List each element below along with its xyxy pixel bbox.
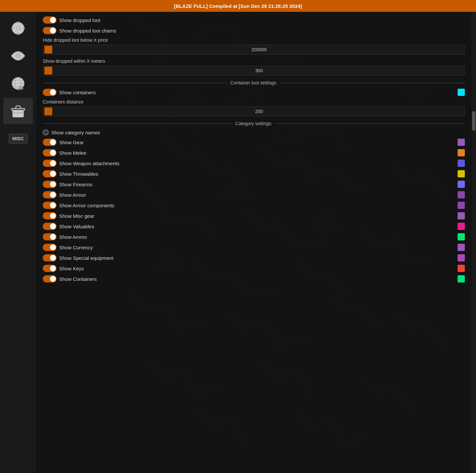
category-toggle-3[interactable] — [43, 170, 57, 177]
category-toggle-11[interactable] — [43, 254, 57, 261]
hide-below-price-value: 200000 — [54, 47, 464, 52]
category-section-title: Category settings: — [235, 121, 273, 126]
category-toggle-12[interactable] — [43, 265, 57, 272]
category-label-3: Show Throwables — [59, 171, 455, 177]
containers-distance-thumb[interactable] — [44, 107, 52, 115]
category-item-row: Show Misc gear — [43, 212, 465, 219]
show-dropped-loot-toggle[interactable] — [43, 16, 57, 24]
category-item-row: Show Ammo — [43, 233, 465, 240]
category-color-5[interactable] — [458, 191, 465, 198]
scrollbar-track[interactable] — [471, 12, 476, 473]
sidebar-item-visuals[interactable] — [3, 43, 33, 69]
category-item-row: Show Throwables — [43, 170, 465, 177]
title-bar: [BLAZE FULL] Compiled at [Sun Dec 29 21:… — [0, 0, 476, 12]
category-label-10: Show Currency — [59, 245, 455, 250]
show-category-names-label: Show category names — [51, 130, 465, 135]
category-item-row: Show Armor components — [43, 202, 465, 209]
show-within-meters-label: Show dropped within X meters — [43, 58, 465, 64]
category-color-12[interactable] — [458, 265, 465, 272]
category-item-row: Show Special equipment — [43, 254, 465, 261]
title-text: [BLAZE FULL] Compiled at [Sun Dec 29 21:… — [174, 3, 302, 9]
category-label-5: Show Armor — [59, 192, 455, 198]
show-within-meters-value: 300 — [54, 68, 464, 73]
globe-icon — [10, 76, 26, 91]
category-toggle-2[interactable] — [43, 160, 57, 167]
category-color-9[interactable] — [458, 233, 465, 240]
category-items-container: Show GearShow MeleeShow Weapon attachmen… — [43, 139, 465, 282]
containers-distance-slider[interactable]: 200 — [43, 106, 465, 116]
scrollbar-thumb[interactable] — [472, 111, 475, 131]
show-dropped-loot-label: Show dropped loot — [59, 17, 465, 23]
containers-distance-value: 200 — [54, 109, 464, 114]
category-toggle-10[interactable] — [43, 244, 57, 251]
sidebar-item-aimbot[interactable] — [3, 15, 33, 41]
container-section-title: Container loot settings: — [230, 80, 277, 85]
show-category-names-radio[interactable] — [43, 129, 49, 135]
svg-point-6 — [16, 26, 20, 30]
category-toggle-9[interactable] — [43, 233, 57, 240]
category-toggle-5[interactable] — [43, 191, 57, 198]
show-within-meters-thumb[interactable] — [44, 67, 52, 75]
show-containers-label: Show containers — [59, 90, 455, 95]
show-within-meters-slider[interactable]: 300 — [43, 66, 465, 76]
category-color-11[interactable] — [458, 254, 465, 261]
category-label-9: Show Ammo — [59, 234, 455, 240]
category-color-13[interactable] — [458, 275, 465, 282]
category-item-row: Show Currency — [43, 244, 465, 251]
category-label-0: Show Gear — [59, 140, 455, 145]
category-item-row: Show Containers — [43, 275, 465, 282]
show-category-names-row: Show category names — [43, 129, 465, 135]
show-dropped-loot-chams-label: Show dropped loot chams — [59, 28, 465, 34]
show-containers-toggle[interactable] — [43, 89, 57, 96]
sidebar-item-world[interactable] — [3, 70, 33, 97]
category-item-row: Show Weapon attachments — [43, 160, 465, 167]
category-item-row: Show Firearms — [43, 181, 465, 188]
svg-point-16 — [17, 55, 19, 57]
category-label-2: Show Weapon attachments — [59, 161, 455, 166]
category-item-row: Show Armor — [43, 191, 465, 198]
category-color-4[interactable] — [458, 181, 465, 188]
category-color-8[interactable] — [458, 223, 465, 230]
category-color-7[interactable] — [458, 212, 465, 219]
category-label-6: Show Armor components — [59, 203, 455, 208]
hide-below-price-thumb[interactable] — [44, 46, 52, 54]
category-label-12: Show Keys — [59, 266, 455, 271]
category-label-8: Show Valuables — [59, 224, 455, 229]
bag-icon — [10, 103, 26, 119]
category-toggle-1[interactable] — [43, 149, 57, 156]
category-item-row: Show Gear — [43, 139, 465, 146]
category-label-7: Show Misc gear — [59, 213, 455, 219]
category-label-13: Show Containers — [59, 276, 455, 282]
category-toggle-6[interactable] — [43, 202, 57, 209]
category-toggle-13[interactable] — [43, 275, 57, 282]
show-containers-row: Show containers — [43, 89, 465, 96]
show-dropped-loot-chams-toggle[interactable] — [43, 27, 57, 34]
category-toggle-0[interactable] — [43, 139, 57, 146]
category-color-2[interactable] — [458, 160, 465, 167]
category-color-3[interactable] — [458, 170, 465, 177]
category-color-1[interactable] — [458, 149, 465, 156]
category-color-0[interactable] — [458, 139, 465, 146]
category-toggle-7[interactable] — [43, 212, 57, 219]
category-item-row: Show Melee — [43, 149, 465, 156]
show-within-meters-section: Show dropped within X meters 300 — [43, 58, 465, 76]
sidebar-item-misc[interactable]: MISC — [3, 125, 33, 152]
crosshair-icon — [10, 20, 26, 36]
hide-below-price-label: Hide dropped loot below X price — [43, 37, 465, 43]
main-panel: Show dropped loot Show dropped loot cham… — [36, 12, 471, 473]
category-color-6[interactable] — [458, 202, 465, 209]
show-dropped-loot-row: Show dropped loot — [43, 16, 465, 24]
category-toggle-8[interactable] — [43, 223, 57, 230]
category-label-11: Show Special equipment — [59, 255, 455, 261]
show-dropped-loot-chams-row: Show dropped loot chams — [43, 27, 465, 34]
sidebar: MISC — [0, 12, 36, 473]
containers-distance-section: Containers distance 200 — [43, 99, 465, 116]
category-label-1: Show Melee — [59, 150, 455, 156]
show-containers-color[interactable] — [458, 89, 465, 96]
category-toggle-4[interactable] — [43, 181, 57, 188]
sidebar-item-loot[interactable] — [3, 98, 33, 124]
category-item-row: Show Valuables — [43, 223, 465, 230]
hide-below-price-slider[interactable]: 200000 — [43, 45, 465, 55]
category-color-10[interactable] — [458, 244, 465, 251]
hide-below-price-section: Hide dropped loot below X price 200000 — [43, 37, 465, 55]
